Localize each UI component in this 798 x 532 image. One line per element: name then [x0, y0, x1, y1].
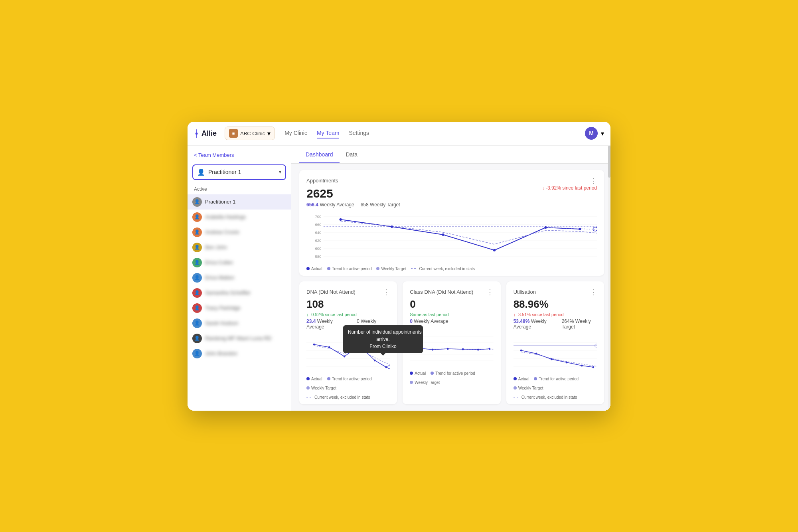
main-layout: Team Members 👤 Practitioner 1 ▾ Active 👤… [188, 146, 610, 411]
legend-actual: Actual [306, 267, 322, 271]
list-item[interactable]: 👤 Andrew Cronin [188, 225, 291, 240]
member-name: Andrew Cronin [205, 229, 239, 235]
list-item[interactable]: 👤 Erica Walton [188, 270, 291, 285]
list-item[interactable]: 👤 Tracy Partridge [188, 301, 291, 316]
avatar: 👤 [192, 243, 202, 252]
list-item[interactable]: 👤 Practitioner 1 [188, 194, 291, 210]
card-title: Utilisation [514, 289, 536, 295]
user-avatar[interactable]: M [585, 127, 598, 140]
svg-point-16 [493, 249, 496, 251]
svg-point-38 [447, 348, 449, 350]
card-header: Appointments ⋮ [306, 176, 597, 185]
nav-settings[interactable]: Settings [349, 128, 369, 138]
svg-text:600: 600 [315, 247, 321, 251]
member-name: Samantha Scheffler [205, 290, 251, 296]
legend-target: Weekly Target [376, 267, 406, 271]
nav-right: M ▾ [585, 127, 604, 140]
person-icon: 👤 [197, 168, 205, 176]
card-change: ↓ -3.92% since last period [542, 185, 597, 191]
utilisation-card: Utilisation ⋮ 88.96% ↓ -3.51% since last… [506, 281, 604, 404]
svg-text:620: 620 [315, 239, 321, 243]
member-name: Erica Walton [205, 275, 234, 281]
list-item[interactable]: 👤 John Brandon [188, 346, 291, 361]
card-header: Class DNA (Did Not Attend) ⋮ [410, 288, 493, 297]
svg-point-52 [581, 364, 583, 366]
nav-my-team[interactable]: My Team [317, 128, 340, 138]
legend-trend: Trend for active period [327, 267, 372, 271]
avatar: 👤 [192, 318, 202, 328]
selected-practitioner: Practitioner 1 [208, 169, 276, 175]
svg-point-50 [550, 358, 552, 360]
dashboard-content: Appointments ⋮ 2625 ↓ -3.92% since last … [291, 164, 610, 411]
svg-point-18 [579, 228, 581, 230]
weekly-target-label: Weekly Target [370, 202, 400, 208]
list-item[interactable]: 👤 Erica Cullen [188, 255, 291, 270]
utilisation-chart [514, 334, 597, 374]
list-item[interactable]: 👤 Samantha Scheffler [188, 285, 291, 301]
svg-point-24 [313, 343, 315, 345]
member-name: Tracy Partridge [205, 305, 240, 311]
scrollbar-thumb[interactable] [608, 146, 610, 178]
card-menu-icon[interactable]: ⋮ [590, 288, 597, 297]
practitioner-dropdown[interactable]: 👤 Practitioner 1 ▾ [192, 164, 286, 180]
logo-area: ⍿ Allie [194, 128, 217, 138]
svg-point-26 [344, 355, 346, 357]
class-dna-card: Class DNA (Did Not Attend) ⋮ 0 Same as l… [403, 281, 500, 404]
list-item[interactable]: 👤 Ben John [188, 240, 291, 255]
list-item[interactable]: 👤 Sarah Hudson [188, 316, 291, 331]
card-sub: 656.4 Weekly Average 658 Weekly Target [306, 202, 597, 208]
svg-point-15 [442, 233, 444, 236]
clinic-selector[interactable]: ■ ABC Clinic ▾ [225, 127, 275, 140]
svg-point-19 [593, 227, 597, 231]
clinic-icon: ■ [229, 129, 238, 138]
svg-text:700: 700 [315, 215, 321, 219]
avatar: 👤 [192, 349, 202, 358]
class-dna-chart [410, 329, 493, 369]
svg-point-17 [544, 226, 547, 229]
scrollbar-track[interactable] [608, 146, 610, 411]
card-title: DNA (Did Not Attend) [306, 289, 356, 295]
nav-my-clinic[interactable]: My Clinic [284, 128, 307, 138]
user-dropdown-arrow[interactable]: ▾ [601, 130, 604, 137]
nav-links: My Clinic My Team Settings [284, 128, 585, 138]
list-item[interactable]: 👤 Arabella Hastings [188, 210, 291, 225]
chart-legend: Actual Trend for active period Weekly Ta… [306, 267, 597, 271]
content-area: Dashboard Data Appointments ⋮ 2625 ↓ -3.… [291, 146, 610, 411]
avatar: 👤 [192, 197, 202, 207]
svg-point-49 [535, 352, 537, 354]
member-name: Practitioner 1 [205, 199, 236, 205]
card-menu-icon[interactable]: ⋮ [383, 288, 390, 297]
card-sub: 23.4 Weekly Average 0 Weekly Target [306, 318, 390, 330]
avatar: 👤 [192, 273, 202, 283]
appointments-chart: 700 660 640 620 600 580 [306, 212, 597, 264]
weekly-target-value: 658 [361, 202, 369, 208]
card-menu-icon[interactable]: ⋮ [590, 176, 597, 185]
svg-point-30 [388, 366, 390, 369]
appointments-card: Appointments ⋮ 2625 ↓ -3.92% since last … [299, 170, 604, 276]
svg-point-14 [391, 225, 393, 228]
back-link[interactable]: Team Members [188, 146, 291, 161]
avatar: 👤 [192, 288, 202, 298]
chart-legend: Actual Trend for active period Weekly Ta… [306, 377, 390, 399]
card-value: 0 [410, 298, 493, 310]
svg-point-39 [462, 348, 464, 350]
avatar: 👤 [192, 334, 202, 343]
card-menu-icon[interactable]: ⋮ [486, 288, 494, 297]
card-value: 108 [306, 298, 390, 310]
weekly-avg-value: 23.4 [306, 318, 316, 324]
avatar: 👤 [192, 227, 202, 237]
svg-point-51 [565, 361, 567, 363]
card-value: 88.96% [514, 298, 597, 310]
weekly-avg-label: Weekly Average [320, 202, 354, 208]
tab-dashboard[interactable]: Dashboard [299, 146, 340, 163]
card-title: Class DNA (Did Not Attend) [410, 289, 473, 295]
list-item[interactable]: 👤 Randong MF Maori Luna RD [188, 331, 291, 346]
tab-data[interactable]: Data [340, 146, 364, 163]
dna-chart [306, 334, 390, 374]
team-list: 👤 Practitioner 1 👤 Arabella Hastings 👤 A… [188, 194, 291, 361]
member-name: Erica Cullen [205, 259, 233, 265]
svg-text:660: 660 [315, 223, 321, 227]
clinic-dropdown-arrow: ▾ [267, 130, 271, 137]
svg-point-53 [592, 366, 594, 368]
svg-point-27 [359, 344, 361, 346]
